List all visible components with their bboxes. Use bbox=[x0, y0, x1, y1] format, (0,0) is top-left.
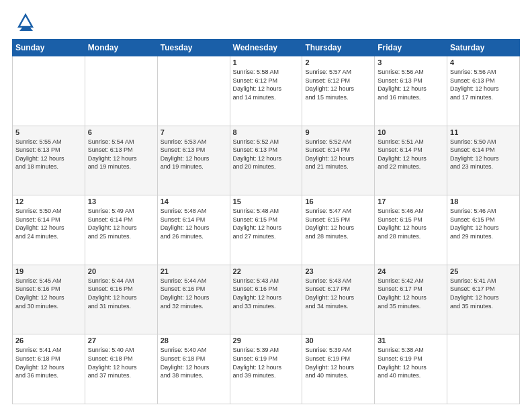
day-info: Sunrise: 5:39 AM Sunset: 6:19 PM Dayligh… bbox=[233, 346, 300, 379]
day-info: Sunrise: 5:50 AM Sunset: 6:14 PM Dayligh… bbox=[15, 207, 82, 240]
calendar-cell: 11Sunrise: 5:50 AM Sunset: 6:14 PM Dayli… bbox=[447, 126, 520, 195]
day-number: 15 bbox=[233, 197, 300, 205]
day-info: Sunrise: 5:39 AM Sunset: 6:19 PM Dayligh… bbox=[305, 346, 371, 379]
day-info: Sunrise: 5:53 AM Sunset: 6:13 PM Dayligh… bbox=[161, 138, 227, 171]
day-number: 27 bbox=[88, 336, 154, 345]
day-info: Sunrise: 5:40 AM Sunset: 6:18 PM Dayligh… bbox=[88, 346, 154, 379]
day-info: Sunrise: 5:43 AM Sunset: 6:17 PM Dayligh… bbox=[305, 277, 371, 310]
calendar-cell: 9Sunrise: 5:52 AM Sunset: 6:14 PM Daylig… bbox=[302, 126, 375, 195]
day-number: 20 bbox=[88, 267, 154, 275]
day-number: 2 bbox=[305, 58, 371, 66]
day-info: Sunrise: 5:46 AM Sunset: 6:15 PM Dayligh… bbox=[378, 207, 444, 240]
day-info: Sunrise: 5:47 AM Sunset: 6:15 PM Dayligh… bbox=[305, 207, 371, 240]
calendar-cell: 10Sunrise: 5:51 AM Sunset: 6:14 PM Dayli… bbox=[375, 126, 447, 195]
day-number: 29 bbox=[233, 336, 300, 345]
day-number: 7 bbox=[161, 128, 227, 136]
calendar-cell: 17Sunrise: 5:46 AM Sunset: 6:15 PM Dayli… bbox=[375, 195, 447, 265]
day-number: 22 bbox=[233, 267, 300, 275]
day-number: 25 bbox=[450, 267, 517, 275]
day-info: Sunrise: 5:44 AM Sunset: 6:16 PM Dayligh… bbox=[161, 277, 227, 310]
day-number: 30 bbox=[305, 336, 371, 345]
day-info: Sunrise: 5:44 AM Sunset: 6:16 PM Dayligh… bbox=[88, 277, 154, 310]
day-info: Sunrise: 5:48 AM Sunset: 6:14 PM Dayligh… bbox=[161, 207, 227, 240]
day-info: Sunrise: 5:56 AM Sunset: 6:13 PM Dayligh… bbox=[378, 68, 444, 101]
day-number: 9 bbox=[305, 128, 371, 136]
day-info: Sunrise: 5:40 AM Sunset: 6:18 PM Dayligh… bbox=[161, 346, 227, 379]
calendar-cell: 13Sunrise: 5:49 AM Sunset: 6:14 PM Dayli… bbox=[85, 195, 157, 265]
day-number: 19 bbox=[15, 267, 82, 275]
day-info: Sunrise: 5:54 AM Sunset: 6:13 PM Dayligh… bbox=[88, 138, 154, 171]
day-info: Sunrise: 5:57 AM Sunset: 6:12 PM Dayligh… bbox=[305, 68, 371, 101]
day-number: 3 bbox=[378, 58, 444, 66]
day-number: 8 bbox=[233, 128, 300, 136]
day-number: 10 bbox=[378, 128, 444, 136]
weekday-header: Wednesday bbox=[230, 40, 302, 56]
calendar-cell: 23Sunrise: 5:43 AM Sunset: 6:17 PM Dayli… bbox=[302, 265, 375, 334]
weekday-header: Friday bbox=[375, 40, 447, 56]
day-number: 16 bbox=[305, 197, 371, 205]
calendar-cell: 22Sunrise: 5:43 AM Sunset: 6:16 PM Dayli… bbox=[230, 265, 302, 334]
weekday-header: Monday bbox=[85, 40, 157, 56]
day-info: Sunrise: 5:41 AM Sunset: 6:18 PM Dayligh… bbox=[15, 346, 82, 379]
weekday-header: Saturday bbox=[447, 40, 520, 56]
svg-marker-0 bbox=[19, 15, 32, 27]
calendar-cell: 26Sunrise: 5:41 AM Sunset: 6:18 PM Dayli… bbox=[13, 334, 85, 404]
calendar-cell: 20Sunrise: 5:44 AM Sunset: 6:16 PM Dayli… bbox=[85, 265, 157, 334]
day-info: Sunrise: 5:52 AM Sunset: 6:13 PM Dayligh… bbox=[233, 138, 300, 171]
calendar-cell bbox=[85, 56, 157, 126]
day-number: 24 bbox=[378, 267, 444, 275]
day-info: Sunrise: 5:50 AM Sunset: 6:14 PM Dayligh… bbox=[450, 138, 517, 171]
day-number: 28 bbox=[161, 336, 227, 345]
calendar-cell: 8Sunrise: 5:52 AM Sunset: 6:13 PM Daylig… bbox=[230, 126, 302, 195]
day-info: Sunrise: 5:58 AM Sunset: 6:12 PM Dayligh… bbox=[233, 68, 300, 101]
calendar-table: SundayMondayTuesdayWednesdayThursdayFrid… bbox=[12, 39, 520, 404]
calendar-cell bbox=[157, 56, 230, 126]
calendar-cell: 18Sunrise: 5:46 AM Sunset: 6:15 PM Dayli… bbox=[447, 195, 520, 265]
day-number: 11 bbox=[450, 128, 517, 136]
day-number: 23 bbox=[305, 267, 371, 275]
day-info: Sunrise: 5:52 AM Sunset: 6:14 PM Dayligh… bbox=[305, 138, 371, 171]
calendar-cell: 21Sunrise: 5:44 AM Sunset: 6:16 PM Dayli… bbox=[157, 265, 230, 334]
day-number: 14 bbox=[161, 197, 227, 205]
day-info: Sunrise: 5:42 AM Sunset: 6:17 PM Dayligh… bbox=[378, 277, 444, 310]
calendar-cell: 15Sunrise: 5:48 AM Sunset: 6:15 PM Dayli… bbox=[230, 195, 302, 265]
calendar-cell: 31Sunrise: 5:38 AM Sunset: 6:19 PM Dayli… bbox=[375, 334, 447, 404]
calendar-cell: 27Sunrise: 5:40 AM Sunset: 6:18 PM Dayli… bbox=[85, 334, 157, 404]
calendar-cell: 19Sunrise: 5:45 AM Sunset: 6:16 PM Dayli… bbox=[13, 265, 85, 334]
weekday-header: Sunday bbox=[13, 40, 85, 56]
day-info: Sunrise: 5:49 AM Sunset: 6:14 PM Dayligh… bbox=[88, 207, 154, 240]
day-number: 13 bbox=[88, 197, 154, 205]
day-number: 17 bbox=[378, 197, 444, 205]
calendar-cell: 6Sunrise: 5:54 AM Sunset: 6:13 PM Daylig… bbox=[85, 126, 157, 195]
calendar-cell: 7Sunrise: 5:53 AM Sunset: 6:13 PM Daylig… bbox=[157, 126, 230, 195]
logo-icon bbox=[16, 12, 35, 31]
calendar-cell: 14Sunrise: 5:48 AM Sunset: 6:14 PM Dayli… bbox=[157, 195, 230, 265]
calendar-cell: 12Sunrise: 5:50 AM Sunset: 6:14 PM Dayli… bbox=[13, 195, 85, 265]
day-number: 18 bbox=[450, 197, 517, 205]
day-info: Sunrise: 5:51 AM Sunset: 6:14 PM Dayligh… bbox=[378, 138, 444, 171]
day-number: 31 bbox=[378, 336, 444, 345]
header bbox=[12, 12, 520, 31]
calendar-cell: 2Sunrise: 5:57 AM Sunset: 6:12 PM Daylig… bbox=[302, 56, 375, 126]
day-number: 21 bbox=[161, 267, 227, 275]
calendar-cell: 1Sunrise: 5:58 AM Sunset: 6:12 PM Daylig… bbox=[230, 56, 302, 126]
calendar-cell: 28Sunrise: 5:40 AM Sunset: 6:18 PM Dayli… bbox=[157, 334, 230, 404]
calendar-cell: 16Sunrise: 5:47 AM Sunset: 6:15 PM Dayli… bbox=[302, 195, 375, 265]
calendar-cell: 5Sunrise: 5:55 AM Sunset: 6:13 PM Daylig… bbox=[13, 126, 85, 195]
weekday-header: Tuesday bbox=[157, 40, 230, 56]
day-info: Sunrise: 5:48 AM Sunset: 6:15 PM Dayligh… bbox=[233, 207, 300, 240]
calendar-cell: 4Sunrise: 5:56 AM Sunset: 6:13 PM Daylig… bbox=[447, 56, 520, 126]
day-number: 5 bbox=[15, 128, 82, 136]
calendar-cell: 25Sunrise: 5:41 AM Sunset: 6:17 PM Dayli… bbox=[447, 265, 520, 334]
day-number: 6 bbox=[88, 128, 154, 136]
calendar-cell: 3Sunrise: 5:56 AM Sunset: 6:13 PM Daylig… bbox=[375, 56, 447, 126]
day-number: 4 bbox=[450, 58, 517, 66]
day-info: Sunrise: 5:41 AM Sunset: 6:17 PM Dayligh… bbox=[450, 277, 517, 310]
calendar-cell bbox=[447, 334, 520, 404]
calendar-cell: 24Sunrise: 5:42 AM Sunset: 6:17 PM Dayli… bbox=[375, 265, 447, 334]
day-info: Sunrise: 5:46 AM Sunset: 6:15 PM Dayligh… bbox=[450, 207, 517, 240]
day-number: 1 bbox=[233, 58, 300, 66]
day-number: 26 bbox=[15, 336, 82, 345]
weekday-header: Thursday bbox=[302, 40, 375, 56]
day-info: Sunrise: 5:55 AM Sunset: 6:13 PM Dayligh… bbox=[15, 138, 82, 171]
